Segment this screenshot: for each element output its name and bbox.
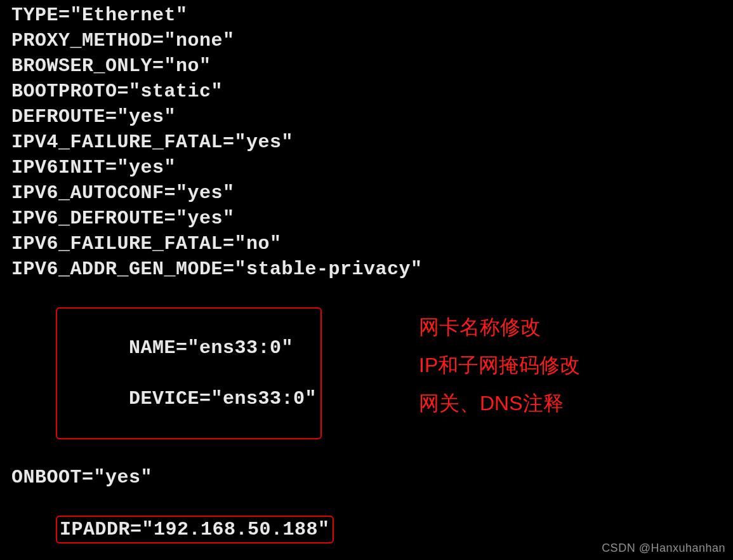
cfg-type: TYPE="Ethernet": [11, 3, 722, 28]
annotation-name: 网卡名称修改: [419, 308, 580, 346]
cfg-ipv4fail: IPV4_FAILURE_FATAL="yes": [11, 130, 722, 155]
cfg-ipv6def: IPV6_DEFROUTE="yes": [11, 206, 722, 231]
cfg-device: DEVICE="ens33:0": [129, 388, 317, 410]
cfg-name: NAME="ens33:0": [129, 337, 293, 359]
cfg-ipv6gen: IPV6_ADDR_GEN_MODE="stable-privacy": [11, 257, 722, 282]
cfg-ipaddr: IPADDR="192.168.50.188": [56, 516, 334, 543]
cfg-bootproto: BOOTPROTO="static": [11, 79, 722, 104]
cfg-defroute: DEFROUTE="yes": [11, 104, 722, 130]
cfg-proxy: PROXY_METHOD="none": [11, 28, 722, 53]
annotation-gateway: 网关、DNS注释: [419, 384, 580, 422]
cfg-ipv6fail: IPV6_FAILURE_FATAL="no": [11, 231, 722, 257]
terminal-editor[interactable]: TYPE="Ethernet" PROXY_METHOD="none" BROW…: [0, 0, 733, 560]
annotation-panel: 网卡名称修改 IP和子网掩码修改 网关、DNS注释: [419, 308, 580, 422]
cfg-ipv6init: IPV6INIT="yes": [11, 155, 722, 180]
watermark: CSDN @Hanxuhanhan: [602, 542, 725, 555]
cfg-ipv6auto: IPV6_AUTOCONF="yes": [11, 180, 722, 206]
highlight-name-device: NAME="ens33:0" DEVICE="ens33:0": [11, 282, 722, 465]
cfg-onboot: ONBOOT="yes": [11, 465, 722, 490]
annotation-ip: IP和子网掩码修改: [419, 346, 580, 384]
cfg-browser: BROWSER_ONLY="no": [11, 53, 722, 79]
